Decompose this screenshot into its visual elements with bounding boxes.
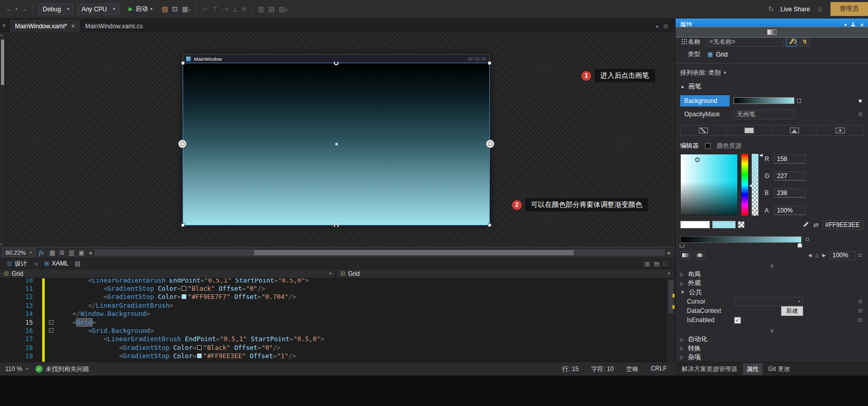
red-input[interactable]: 158: [774, 154, 806, 164]
code-line[interactable]: 12 <GradientStop Color="#FF9EE7F7" Offse…: [0, 293, 667, 301]
live-share-label[interactable]: Live Share: [781, 6, 810, 13]
resize-handle[interactable]: [181, 61, 185, 65]
show-grid-icon[interactable]: ▦: [49, 249, 55, 256]
cursor-dropdown[interactable]: ▾: [734, 297, 803, 306]
align-right-icon[interactable]: ⊣: [222, 5, 228, 13]
tab-mainwindow-xaml-cs[interactable]: MainWindow.xaml.cs: [80, 20, 148, 32]
swap-colors-icon[interactable]: ⇄: [813, 221, 819, 228]
brush-editor-popout-icon[interactable]: [797, 99, 801, 103]
background-gradient-swatch[interactable]: [734, 97, 794, 104]
radial-gradient-button[interactable]: [694, 251, 705, 259]
scroll-right-icon[interactable]: ▶: [668, 251, 671, 255]
gradient-brush-tab[interactable]: [676, 31, 868, 38]
scrollbar-thumb[interactable]: [1, 40, 4, 85]
section-misc[interactable]: ▷ 杂项: [680, 353, 863, 362]
hot-reload-icon[interactable]: ▤: [162, 5, 168, 13]
previous-color-swatch[interactable]: [680, 221, 710, 228]
status-spaces[interactable]: 空格: [626, 365, 639, 374]
xaml-designer-surface[interactable]: ▴ ▾ MainWindow: [0, 32, 675, 247]
code-line[interactable]: 18 <GradientStop Color="Black" Offset="0…: [0, 343, 667, 351]
show-advanced-chevron-icon[interactable]: ∨: [680, 327, 863, 334]
scroll-down-icon[interactable]: ▾: [1, 242, 3, 246]
zoom-dropdown[interactable]: 80.22% ▾: [2, 249, 36, 257]
chevron-down-icon[interactable]: ▾: [668, 271, 670, 276]
opacitymask-property-row[interactable]: OpacityMask 无画笔: [680, 110, 863, 119]
property-wrench-button[interactable]: [786, 37, 797, 47]
xaml-code-editor[interactable]: 10 <LinearGradientBrush EndPoint="0.5,1"…: [0, 278, 667, 362]
null-brush-tab[interactable]: [680, 125, 727, 136]
previous-stop-icon[interactable]: ◀: [808, 253, 812, 258]
solution-platform-dropdown[interactable]: Any CPU ▾: [77, 4, 119, 15]
home-stop-icon[interactable]: ⌂: [815, 252, 819, 258]
align-center-icon[interactable]: ⊤: [212, 5, 218, 13]
alpha-slider[interactable]: ◀: [752, 154, 758, 216]
property-marker[interactable]: [806, 238, 809, 241]
status-eol[interactable]: CRLF: [651, 365, 667, 374]
close-tab-icon[interactable]: ×: [71, 23, 75, 30]
new-datacontext-button[interactable]: 新建: [781, 306, 803, 316]
status-column[interactable]: 字符: 10: [591, 365, 614, 374]
breadcrumb-designer[interactable]: ⊡ Grid ▾: [0, 269, 336, 278]
snap-grid-icon[interactable]: ▧: [268, 5, 274, 13]
scroll-left-icon[interactable]: ◀: [88, 251, 92, 255]
opacitymask-value[interactable]: 无画笔: [734, 110, 794, 119]
property-marker[interactable]: [859, 254, 862, 257]
margin-anchor-bottom[interactable]: [334, 223, 339, 227]
nav-history-caret-icon[interactable]: ▾: [15, 7, 17, 11]
editor-zoom-dropdown[interactable]: 110 % ▾: [5, 365, 28, 373]
saturation-value-field[interactable]: [680, 154, 738, 216]
designer-horizontal-scrollbar[interactable]: [95, 250, 665, 256]
code-line[interactable]: 10 <LinearGradientBrush EndPoint="0.5,1"…: [0, 278, 667, 284]
brush-resource-tab[interactable]: [818, 125, 863, 136]
align-bottom-icon[interactable]: ⊥: [232, 5, 238, 13]
status-line[interactable]: 行: 15: [562, 365, 579, 374]
pin-document-icon[interactable]: ⊟: [664, 24, 668, 29]
tab-design-view[interactable]: ⊡ 设计: [3, 258, 31, 269]
tab-properties[interactable]: 属性: [743, 363, 763, 375]
property-marker[interactable]: [859, 113, 862, 116]
editor-vertical-scrollbar[interactable]: [667, 278, 675, 362]
isenabled-checkbox[interactable]: ✓: [734, 317, 741, 324]
tab-color-resources[interactable]: 颜色资源: [717, 142, 741, 150]
horizontal-split-icon[interactable]: ▤: [654, 260, 659, 267]
hex-color-input[interactable]: #FF9EE3EE: [822, 220, 863, 230]
green-input[interactable]: 227: [774, 171, 806, 181]
current-color-swatch[interactable]: [712, 221, 736, 228]
collapse-pane-icon[interactable]: □: [663, 260, 667, 267]
effects-toggle-icon[interactable]: fx: [39, 249, 44, 257]
resize-handle[interactable]: [181, 223, 185, 227]
tab-solution-explorer[interactable]: 解决方案资源管理器: [678, 363, 741, 375]
popout-xaml-icon[interactable]: ▤: [75, 260, 80, 267]
live-share-icon[interactable]: ↻: [768, 5, 774, 13]
tab-git-changes[interactable]: Git 更改: [765, 363, 794, 375]
arrange-by-row[interactable]: 排列依据: 类别 ▾: [680, 68, 863, 77]
issues-status[interactable]: ✓ 未找到相关问题: [36, 365, 89, 374]
section-appearance[interactable]: ▷ 外观: [680, 279, 863, 288]
start-debugging-button[interactable]: ▶ 启动 ▾: [125, 4, 156, 15]
snap-to-grid-icon[interactable]: ⊞: [59, 249, 64, 256]
distribute-icon[interactable]: ≡: [242, 5, 246, 13]
section-common[interactable]: ▼ 公共: [680, 288, 863, 296]
scrollbar-thumb[interactable]: [254, 250, 573, 255]
chevron-down-icon[interactable]: ▾: [656, 24, 659, 29]
alpha-marker-icon[interactable]: ◀: [759, 153, 763, 157]
anchor-ring-right[interactable]: [486, 139, 494, 148]
chevron-down-icon[interactable]: ▾: [329, 271, 331, 276]
section-automation[interactable]: ▷ 自动化: [680, 335, 863, 344]
breadcrumb-editor[interactable]: ⊡ Grid ▾: [336, 269, 675, 278]
gradient-stop-start[interactable]: [680, 243, 684, 248]
designer-vertical-scrollbar[interactable]: ▴ ▾: [0, 32, 6, 247]
name-input[interactable]: <无名称>: [706, 37, 784, 47]
blue-input[interactable]: 238: [774, 188, 806, 198]
tab-editor[interactable]: 编辑器: [680, 142, 699, 150]
feedback-icon[interactable]: ☺: [817, 5, 823, 13]
code-line[interactable]: 19 <GradientStop Color="#FF9EE3EE" Offse…: [0, 352, 667, 360]
swap-panes-icon[interactable]: ↑↓: [34, 261, 37, 267]
gradient-bar[interactable]: [680, 236, 802, 243]
current-swatch-icon[interactable]: [705, 143, 711, 149]
grid-guides-icon[interactable]: ▥: [258, 5, 264, 13]
code-line[interactable]: 14 </Window.Background>: [0, 310, 667, 318]
transparency-chip[interactable]: [738, 221, 745, 228]
resize-handle[interactable]: [488, 61, 491, 65]
property-marker[interactable]: [859, 309, 862, 312]
